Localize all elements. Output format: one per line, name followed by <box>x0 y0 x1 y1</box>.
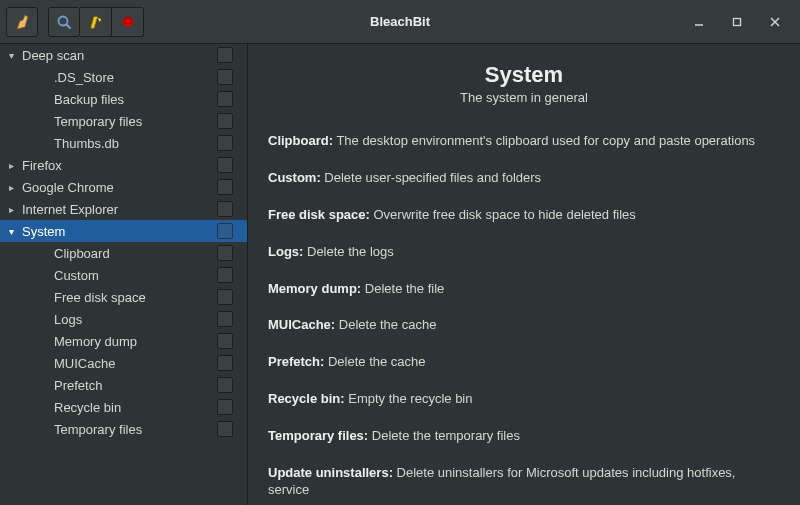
tree-item-firefox[interactable]: ▸Firefox <box>0 154 247 176</box>
detail-panel: System The system in general Clipboard: … <box>248 44 800 505</box>
record-icon <box>120 14 136 30</box>
tree-item-google-chrome[interactable]: ▸Google Chrome <box>0 176 247 198</box>
clean-button[interactable] <box>80 7 112 37</box>
detail-item: MUICache: Delete the cache <box>268 317 780 334</box>
tree-label: Memory dump <box>50 334 217 349</box>
tree-label: Custom <box>50 268 217 283</box>
tree-checkbox[interactable] <box>217 157 233 173</box>
tree-item-logs[interactable]: Logs <box>0 308 247 330</box>
tree-checkbox[interactable] <box>217 333 233 349</box>
tree-checkbox[interactable] <box>217 201 233 217</box>
detail-item-name: Logs: <box>268 244 303 259</box>
detail-item-name: Temporary files: <box>268 428 368 443</box>
tree-checkbox[interactable] <box>217 399 233 415</box>
tree-item-temporary-files[interactable]: Temporary files <box>0 110 247 132</box>
tree-label: MUICache <box>50 356 217 371</box>
tree-checkbox[interactable] <box>217 223 233 239</box>
tree-checkbox[interactable] <box>217 421 233 437</box>
chevron-down-icon[interactable]: ▾ <box>4 50 18 61</box>
detail-item-desc: Overwrite free disk space to hide delete… <box>370 207 636 222</box>
tree-label: Thumbs.db <box>50 136 217 151</box>
minimize-icon <box>694 17 704 27</box>
tree-label: Recycle bin <box>50 400 217 415</box>
minimize-button[interactable] <box>690 13 708 31</box>
detail-item-name: Update uninstallers: <box>268 465 393 480</box>
detail-item: Logs: Delete the logs <box>268 244 780 261</box>
detail-item: Prefetch: Delete the cache <box>268 354 780 371</box>
detail-item-desc: Delete the cache <box>335 317 436 332</box>
broom-icon <box>14 14 30 30</box>
tree-item-temporary-files[interactable]: Temporary files <box>0 418 247 440</box>
tree-checkbox[interactable] <box>217 377 233 393</box>
detail-subtitle: The system in general <box>268 90 780 105</box>
tree-label: .DS_Store <box>50 70 217 85</box>
tree-item-clipboard[interactable]: Clipboard <box>0 242 247 264</box>
svg-line-1 <box>67 24 71 28</box>
tree-checkbox[interactable] <box>217 135 233 151</box>
tree-item-recycle-bin[interactable]: Recycle bin <box>0 396 247 418</box>
tree-checkbox[interactable] <box>217 179 233 195</box>
tree-item-system[interactable]: ▾System <box>0 220 247 242</box>
tree-item--ds-store[interactable]: .DS_Store <box>0 66 247 88</box>
close-button[interactable] <box>766 13 784 31</box>
maximize-button[interactable] <box>728 13 746 31</box>
tree-checkbox[interactable] <box>217 91 233 107</box>
tree-item-internet-explorer[interactable]: ▸Internet Explorer <box>0 198 247 220</box>
detail-list: Clipboard: The desktop environment's cli… <box>268 133 780 499</box>
tree-item-thumbs-db[interactable]: Thumbs.db <box>0 132 247 154</box>
tree-label: Google Chrome <box>18 180 217 195</box>
tree-item-muicache[interactable]: MUICache <box>0 352 247 374</box>
tree-label: Temporary files <box>50 114 217 129</box>
tree-item-deep-scan[interactable]: ▾Deep scan <box>0 44 247 66</box>
chevron-right-icon[interactable]: ▸ <box>4 182 18 193</box>
tree-item-backup-files[interactable]: Backup files <box>0 88 247 110</box>
detail-header: System The system in general <box>268 62 780 105</box>
tree-item-prefetch[interactable]: Prefetch <box>0 374 247 396</box>
detail-item-desc: Delete the logs <box>303 244 393 259</box>
chevron-right-icon[interactable]: ▸ <box>4 204 18 215</box>
detail-title: System <box>268 62 780 88</box>
tree-label: Prefetch <box>50 378 217 393</box>
tree-label: Temporary files <box>50 422 217 437</box>
detail-item: Temporary files: Delete the temporary fi… <box>268 428 780 445</box>
tree-label: Internet Explorer <box>18 202 217 217</box>
detail-item-desc: Delete user-specified files and folders <box>321 170 541 185</box>
tree-checkbox[interactable] <box>217 311 233 327</box>
detail-item-desc: The desktop environment's clipboard used… <box>333 133 755 148</box>
svg-rect-4 <box>734 18 741 25</box>
tree-checkbox[interactable] <box>217 245 233 261</box>
maximize-icon <box>732 17 742 27</box>
window-controls <box>690 13 794 31</box>
tree-item-free-disk-space[interactable]: Free disk space <box>0 286 247 308</box>
tree-checkbox[interactable] <box>217 47 233 63</box>
detail-item-desc: Delete the temporary files <box>368 428 520 443</box>
abort-button[interactable] <box>112 7 144 37</box>
detail-item: Update uninstallers: Delete uninstallers… <box>268 465 780 499</box>
tree-checkbox[interactable] <box>217 355 233 371</box>
detail-item-name: Prefetch: <box>268 354 324 369</box>
chevron-right-icon[interactable]: ▸ <box>4 160 18 171</box>
tree-item-custom[interactable]: Custom <box>0 264 247 286</box>
svg-point-2 <box>123 17 133 27</box>
app-window: BleachBit ▾Deep scan.DS_StoreBackup file… <box>0 0 800 505</box>
tree-label: Clipboard <box>50 246 217 261</box>
broom-button[interactable] <box>6 7 38 37</box>
detail-item: Clipboard: The desktop environment's cli… <box>268 133 780 150</box>
search-icon <box>56 14 72 30</box>
chevron-down-icon[interactable]: ▾ <box>4 226 18 237</box>
detail-item: Free disk space: Overwrite free disk spa… <box>268 207 780 224</box>
tree-checkbox[interactable] <box>217 289 233 305</box>
tree-checkbox[interactable] <box>217 113 233 129</box>
detail-item: Memory dump: Delete the file <box>268 281 780 298</box>
detail-item-name: Free disk space: <box>268 207 370 222</box>
tree-label: Deep scan <box>18 48 217 63</box>
titlebar: BleachBit <box>0 0 800 44</box>
detail-item-desc: Delete the cache <box>324 354 425 369</box>
cleaner-tree[interactable]: ▾Deep scan.DS_StoreBackup filesTemporary… <box>0 44 248 505</box>
window-title: BleachBit <box>370 14 430 29</box>
content-area: ▾Deep scan.DS_StoreBackup filesTemporary… <box>0 44 800 505</box>
tree-item-memory-dump[interactable]: Memory dump <box>0 330 247 352</box>
tree-checkbox[interactable] <box>217 267 233 283</box>
preview-button[interactable] <box>48 7 80 37</box>
tree-checkbox[interactable] <box>217 69 233 85</box>
